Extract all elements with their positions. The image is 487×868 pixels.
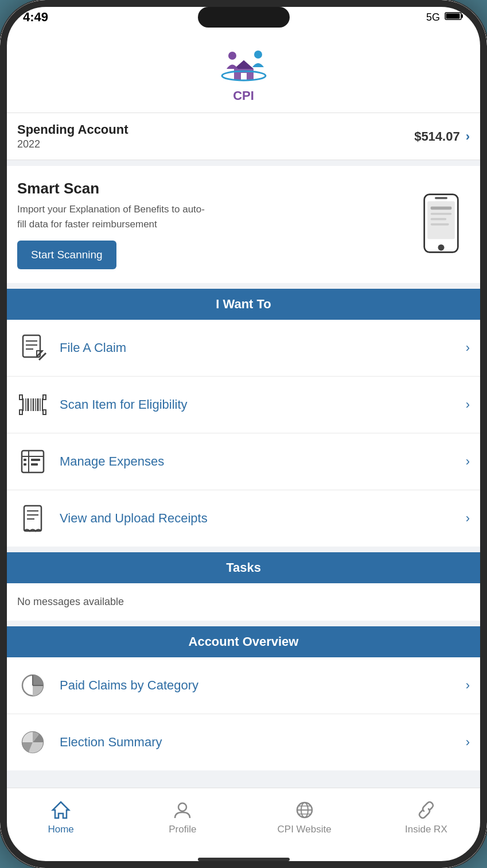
home-icon <box>49 799 72 822</box>
battery-icon <box>445 11 464 24</box>
screen: 4:49 5G <box>0 0 487 868</box>
paid-claims-chevron: › <box>466 678 470 693</box>
svg-rect-43 <box>24 463 26 466</box>
paid-claims-label: Paid Claims by Category <box>60 678 466 693</box>
i-want-to-list: File A Claim › <box>0 320 487 547</box>
view-receipts-label: View and Upload Receipts <box>60 511 466 526</box>
svg-rect-13 <box>431 218 447 220</box>
svg-point-53 <box>178 803 186 811</box>
account-overview-header: Account Overview <box>0 626 487 657</box>
nav-item-profile[interactable]: Profile <box>154 799 211 835</box>
svg-rect-40 <box>31 459 40 461</box>
pie-chart2-icon <box>17 727 48 758</box>
svg-marker-52 <box>53 802 69 818</box>
election-summary-label: Election Summary <box>60 735 466 750</box>
i-want-to-title: I Want To <box>216 297 271 311</box>
smart-scan-card: Smart Scan Import your Explanation of Be… <box>0 166 487 283</box>
manage-expenses-icon <box>17 446 48 477</box>
view-receipts-chevron: › <box>466 511 470 526</box>
logo-text: CPI <box>233 88 254 103</box>
svg-rect-37 <box>22 451 44 472</box>
phone-scan-icon <box>418 192 470 257</box>
spending-account-amount: $514.07 › <box>414 129 470 144</box>
manage-expenses-label: Manage Expenses <box>60 454 466 469</box>
home-indicator <box>0 851 487 868</box>
spending-chevron-icon: › <box>466 129 470 144</box>
home-bar <box>198 858 290 861</box>
bottom-nav: Home Profile <box>0 788 487 851</box>
file-claim-label: File A Claim <box>60 340 466 355</box>
website-nav-label: CPI Website <box>278 824 332 835</box>
election-summary-chevron: › <box>466 735 470 750</box>
pie-chart-icon <box>17 670 48 701</box>
svg-point-6 <box>228 52 236 60</box>
svg-rect-14 <box>431 223 449 226</box>
svg-rect-41 <box>31 463 38 466</box>
svg-rect-26 <box>20 410 22 414</box>
manage-expenses-chevron: › <box>466 454 470 469</box>
website-icon <box>293 799 316 822</box>
cpi-logo-icon <box>218 46 270 86</box>
election-summary-item[interactable]: Election Summary › <box>0 714 487 770</box>
spending-account-year: 2022 <box>17 138 128 150</box>
i-want-to-header: I Want To <box>0 289 487 320</box>
scan-eligibility-chevron: › <box>466 397 470 412</box>
svg-rect-17 <box>23 335 40 357</box>
svg-rect-25 <box>43 395 46 400</box>
tasks-header: Tasks <box>0 552 487 583</box>
svg-rect-1 <box>461 14 463 18</box>
svg-rect-11 <box>431 207 452 210</box>
home-nav-label: Home <box>48 824 73 835</box>
nav-item-website[interactable]: CPI Website <box>276 799 333 835</box>
smart-scan-title: Smart Scan <box>17 180 212 197</box>
nav-item-home[interactable]: Home <box>32 799 89 835</box>
svg-rect-24 <box>20 395 22 400</box>
start-scanning-button[interactable]: Start Scanning <box>17 241 116 269</box>
file-a-claim-item[interactable]: File A Claim › <box>0 320 487 377</box>
spending-account-title: Spending Account <box>17 122 128 137</box>
profile-icon <box>171 799 194 822</box>
svg-rect-16 <box>435 197 447 199</box>
scan-item-eligibility-item[interactable]: Scan Item for Eligibility › <box>0 377 487 433</box>
spending-info: Spending Account 2022 <box>17 122 128 150</box>
tasks-content: No messages available <box>0 583 487 621</box>
file-claim-chevron: › <box>466 340 470 355</box>
inside-rx-nav-label: Inside RX <box>405 824 447 835</box>
receipts-icon <box>17 503 48 534</box>
status-icons: 5G <box>426 11 464 24</box>
spending-account-banner[interactable]: Spending Account 2022 $514.07 › <box>0 113 487 160</box>
nav-item-inside-rx[interactable]: Inside RX <box>398 799 455 835</box>
link-icon <box>415 799 438 822</box>
signal-icon: 5G <box>426 11 440 24</box>
logo-area: CPI <box>0 34 487 113</box>
tasks-title: Tasks <box>226 560 261 575</box>
svg-rect-12 <box>431 213 452 215</box>
account-overview-title: Account Overview <box>189 634 299 649</box>
smart-scan-description: Import your Explanation of Benefits to a… <box>17 202 212 231</box>
svg-rect-2 <box>446 13 460 18</box>
content-area: CPI Spending Account 2022 $514.07 › Smar… <box>0 34 487 788</box>
paid-claims-item[interactable]: Paid Claims by Category › <box>0 657 487 714</box>
profile-nav-label: Profile <box>169 824 196 835</box>
view-upload-receipts-item[interactable]: View and Upload Receipts › <box>0 490 487 547</box>
account-overview-list: Paid Claims by Category › <box>0 657 487 770</box>
svg-rect-42 <box>24 459 26 461</box>
manage-expenses-item[interactable]: Manage Expenses › <box>0 433 487 490</box>
smart-scan-content: Smart Scan Import your Explanation of Be… <box>17 180 212 269</box>
scan-eligibility-label: Scan Item for Eligibility <box>60 397 466 412</box>
status-time: 4:49 <box>23 10 48 25</box>
svg-point-15 <box>438 245 445 251</box>
phone-frame: 4:49 5G <box>0 0 487 868</box>
svg-rect-27 <box>43 410 46 414</box>
no-messages-text: No messages available <box>17 596 124 607</box>
svg-point-7 <box>254 51 262 59</box>
svg-rect-4 <box>241 73 247 80</box>
notch <box>198 7 290 28</box>
barcode-icon <box>17 389 48 420</box>
file-claim-icon <box>17 332 48 363</box>
